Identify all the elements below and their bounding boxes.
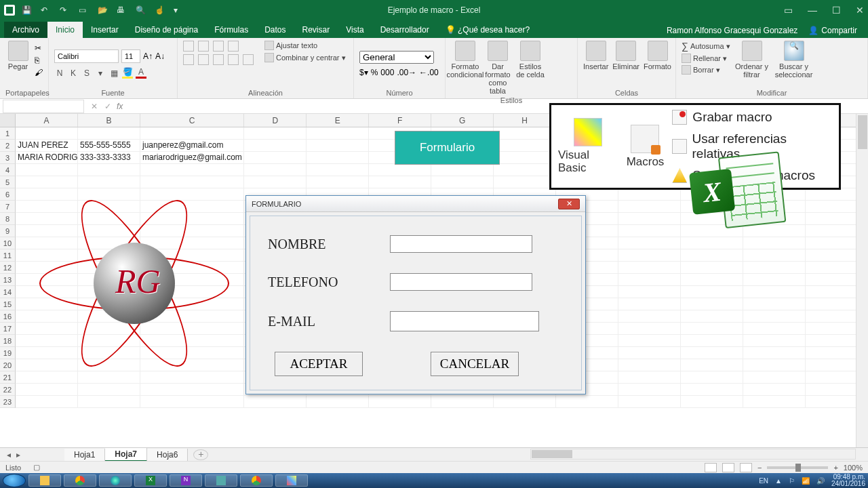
cell[interactable] [681, 384, 743, 396]
tab-insertar[interactable]: Insertar [83, 22, 127, 38]
visual-basic-button[interactable]: Visual Basic [558, 118, 618, 174]
new-icon[interactable]: ▭ [79, 5, 89, 16]
copy-icon[interactable]: ⎘ [35, 56, 43, 65]
cell[interactable] [681, 286, 743, 298]
page-break-view-icon[interactable] [740, 463, 752, 472]
row-header[interactable]: 16 [0, 310, 16, 323]
open-icon[interactable]: 📂 [98, 5, 108, 16]
cell[interactable] [307, 152, 369, 164]
cell[interactable]: mariarodriguez@gmail.com [140, 152, 244, 164]
row-header[interactable]: 19 [0, 347, 16, 359]
border-icon[interactable]: ▦ [108, 68, 119, 78]
undo-icon[interactable]: ↶ [41, 5, 51, 16]
cell[interactable] [140, 396, 244, 408]
row-header[interactable]: 9 [0, 225, 16, 237]
preview-icon[interactable]: 🔍 [136, 5, 146, 16]
inc-dec-icon[interactable]: .00→ [397, 68, 416, 77]
tab-nav-last-icon[interactable]: ▸ [16, 450, 20, 460]
tray-lang[interactable]: EN [759, 477, 768, 485]
cell[interactable] [618, 396, 681, 408]
page-layout-view-icon[interactable] [722, 463, 734, 472]
cell[interactable] [618, 384, 681, 396]
currency-icon[interactable]: $▾ [359, 68, 368, 77]
normal-view-icon[interactable] [705, 463, 717, 472]
taskbar-app1[interactable] [205, 474, 237, 487]
cell[interactable] [743, 262, 806, 274]
row-header[interactable]: 4 [0, 164, 16, 176]
sheet-tab-hoja7[interactable]: Hoja7 [105, 448, 147, 462]
cell[interactable] [681, 323, 743, 335]
row-header[interactable]: 14 [0, 286, 16, 298]
tab-file[interactable]: Archivo [4, 22, 47, 38]
cell[interactable] [618, 274, 681, 286]
col-header-A[interactable]: A [16, 114, 78, 127]
email-input[interactable] [390, 311, 539, 331]
autosum-button[interactable]: ∑Autosuma ▾ [682, 41, 730, 52]
cell[interactable] [78, 127, 140, 140]
row-header[interactable]: 3 [0, 152, 16, 164]
align-right-icon[interactable] [213, 54, 224, 65]
col-header-H[interactable]: H [494, 114, 556, 127]
macro-record-status-icon[interactable]: ▢ [33, 463, 40, 472]
name-box[interactable] [3, 100, 84, 113]
col-header-D[interactable]: D [244, 114, 307, 127]
cell[interactable] [681, 274, 743, 286]
row-header[interactable]: 11 [0, 249, 16, 262]
cell[interactable] [16, 164, 78, 176]
cell[interactable] [618, 323, 681, 335]
cell[interactable] [681, 310, 743, 323]
cell[interactable] [244, 140, 307, 152]
tab-vista[interactable]: Vista [338, 22, 372, 38]
col-header-F[interactable]: F [369, 114, 431, 127]
save-icon[interactable]: 💾 [22, 5, 32, 16]
select-all-corner[interactable] [0, 114, 16, 127]
cell[interactable] [307, 164, 369, 176]
cell[interactable] [16, 127, 78, 140]
cell[interactable] [16, 371, 78, 384]
align-top-icon[interactable] [183, 41, 194, 52]
cell[interactable]: MARIA RODRIG [16, 152, 78, 164]
telefono-input[interactable] [390, 273, 532, 291]
cell[interactable] [140, 176, 244, 188]
col-header-C[interactable]: C [140, 114, 244, 127]
indent-inc-icon[interactable] [243, 54, 254, 65]
cell[interactable] [307, 396, 369, 408]
cell[interactable] [681, 396, 743, 408]
cell[interactable] [618, 310, 681, 323]
ribbon-options-icon[interactable]: ▭ [784, 5, 793, 16]
comma-icon[interactable]: 000 [380, 68, 394, 77]
tray-clock[interactable]: 09:48 p.m. 24/01/2016 [831, 474, 865, 487]
row-header[interactable]: 13 [0, 274, 16, 286]
row-header[interactable]: 21 [0, 371, 16, 384]
quickprint-icon[interactable]: 🖶 [117, 5, 127, 16]
taskbar-globe[interactable] [99, 474, 132, 487]
find-select-button[interactable]: 🔍Buscar y seleccionar [774, 41, 814, 79]
sheet-tab-hoja6[interactable]: Hoja6 [147, 449, 188, 461]
row-header[interactable]: 23 [0, 396, 16, 408]
tray-up-icon[interactable]: ▲ [775, 477, 782, 485]
cell[interactable] [618, 225, 681, 237]
cell[interactable] [494, 176, 556, 188]
cell[interactable] [618, 286, 681, 298]
cell[interactable] [16, 176, 78, 188]
cell[interactable] [16, 384, 78, 396]
aceptar-button[interactable]: ACEPTAR [275, 352, 363, 376]
row-header[interactable]: 20 [0, 359, 16, 371]
cell[interactable] [743, 249, 806, 262]
fill-color-icon[interactable]: 🪣 [122, 67, 133, 79]
start-button[interactable] [3, 474, 26, 487]
insert-cells-button[interactable]: Insertar [583, 41, 608, 70]
cell[interactable] [618, 188, 681, 201]
grow-font-icon[interactable]: A↑ [143, 52, 153, 61]
row-header[interactable]: 12 [0, 262, 16, 274]
cell[interactable] [78, 371, 140, 384]
zoom-in-icon[interactable]: + [833, 464, 837, 472]
nombre-input[interactable] [390, 235, 532, 253]
cell[interactable] [369, 164, 431, 176]
cell[interactable] [494, 164, 556, 176]
cut-icon[interactable]: ✂ [35, 43, 43, 53]
col-header-E[interactable]: E [307, 114, 369, 127]
horizontal-scrollbar[interactable] [530, 449, 856, 460]
cell[interactable] [307, 140, 369, 152]
col-header-B[interactable]: B [78, 114, 140, 127]
